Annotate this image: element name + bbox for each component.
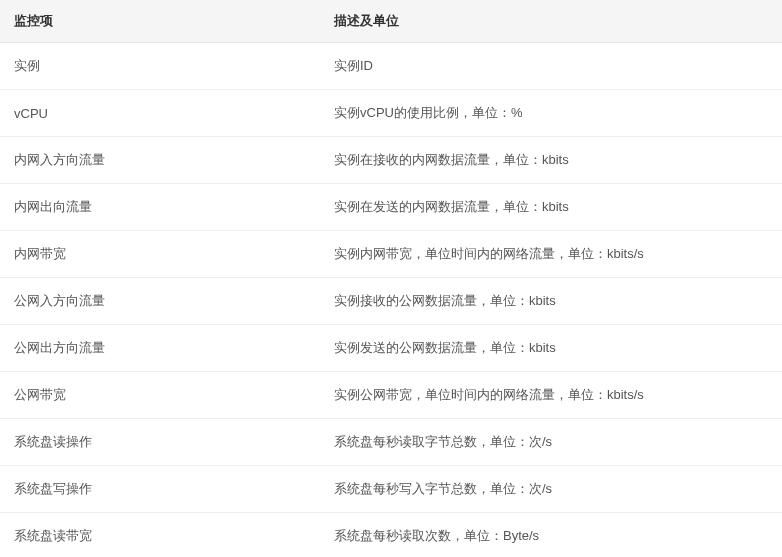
cell-item: 系统盘写操作 (0, 466, 320, 513)
cell-desc: 实例公网带宽，单位时间内的网络流量，单位：kbits/s (320, 372, 782, 419)
table-row: 内网出向流量 实例在发送的内网数据流量，单位：kbits (0, 184, 782, 231)
table-row: 公网出方向流量 实例发送的公网数据流量，单位：kbits (0, 325, 782, 372)
cell-desc: 实例在发送的内网数据流量，单位：kbits (320, 184, 782, 231)
cell-item: 公网带宽 (0, 372, 320, 419)
table-row: 内网入方向流量 实例在接收的内网数据流量，单位：kbits (0, 137, 782, 184)
cell-desc: 系统盘每秒读取字节总数，单位：次/s (320, 419, 782, 466)
cell-item: 内网出向流量 (0, 184, 320, 231)
table-row: 内网带宽 实例内网带宽，单位时间内的网络流量，单位：kbits/s (0, 231, 782, 278)
cell-item: 公网入方向流量 (0, 278, 320, 325)
cell-desc: 实例接收的公网数据流量，单位：kbits (320, 278, 782, 325)
cell-desc: 实例在接收的内网数据流量，单位：kbits (320, 137, 782, 184)
cell-item: 公网出方向流量 (0, 325, 320, 372)
cell-desc: 实例vCPU的使用比例，单位：% (320, 90, 782, 137)
cell-desc: 实例内网带宽，单位时间内的网络流量，单位：kbits/s (320, 231, 782, 278)
cell-desc: 实例发送的公网数据流量，单位：kbits (320, 325, 782, 372)
table-row: 实例 实例ID (0, 43, 782, 90)
cell-item: 系统盘读带宽 (0, 513, 320, 558)
cell-item: 内网带宽 (0, 231, 320, 278)
cell-item: 实例 (0, 43, 320, 90)
cell-item: 系统盘读操作 (0, 419, 320, 466)
cell-item: 内网入方向流量 (0, 137, 320, 184)
table-header-desc: 描述及单位 (320, 0, 782, 43)
cell-desc: 实例ID (320, 43, 782, 90)
table-row: 系统盘读操作 系统盘每秒读取字节总数，单位：次/s (0, 419, 782, 466)
table-header-row: 监控项 描述及单位 (0, 0, 782, 43)
table-body: 实例 实例ID vCPU 实例vCPU的使用比例，单位：% 内网入方向流量 实例… (0, 43, 782, 558)
cell-item: vCPU (0, 90, 320, 137)
table-row: 公网入方向流量 实例接收的公网数据流量，单位：kbits (0, 278, 782, 325)
cell-desc: 系统盘每秒写入字节总数，单位：次/s (320, 466, 782, 513)
table-row: 系统盘写操作 系统盘每秒写入字节总数，单位：次/s (0, 466, 782, 513)
table-row: vCPU 实例vCPU的使用比例，单位：% (0, 90, 782, 137)
cell-desc: 系统盘每秒读取次数，单位：Byte/s (320, 513, 782, 558)
monitoring-table: 监控项 描述及单位 实例 实例ID vCPU 实例vCPU的使用比例，单位：% … (0, 0, 782, 557)
table-row: 公网带宽 实例公网带宽，单位时间内的网络流量，单位：kbits/s (0, 372, 782, 419)
table-header-item: 监控项 (0, 0, 320, 43)
table-row: 系统盘读带宽 系统盘每秒读取次数，单位：Byte/s (0, 513, 782, 558)
